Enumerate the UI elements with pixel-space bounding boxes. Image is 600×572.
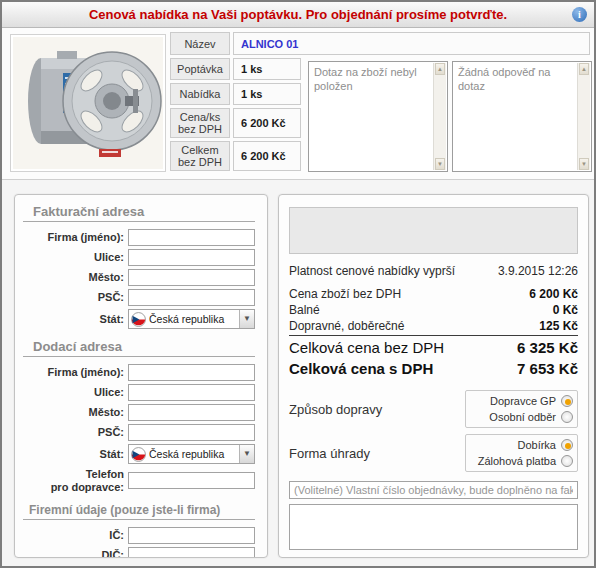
spec-label-unit-price: Cena/ks bez DPH <box>170 108 230 138</box>
page-title: Cenová nabídka na Vaši poptávku. Pro obj… <box>89 7 507 22</box>
shipping-fee-label: Dopravné, doběrečné <box>289 318 404 334</box>
scroll-up-icon[interactable]: ▲ <box>579 63 589 75</box>
billing-company-input[interactable] <box>128 229 255 246</box>
billing-country-select[interactable]: Česká republika ▼ <box>128 309 255 329</box>
info-icon[interactable]: i <box>572 7 587 22</box>
czech-flag-icon <box>131 312 146 327</box>
spec-label-total: Celkem bez DPH <box>170 141 230 171</box>
spec-value-offer: 1 ks <box>233 83 301 105</box>
radio-icon[interactable] <box>561 411 573 423</box>
shipping-city-label: Město: <box>89 406 124 419</box>
dic-input[interactable] <box>128 547 255 558</box>
total-incl-vat-label: Celková cena s DPH <box>289 360 433 378</box>
billing-address-heading: Fakturační adresa <box>23 204 255 222</box>
billing-street-input[interactable] <box>128 249 255 266</box>
motor-photo <box>13 37 163 169</box>
spec-value-total: 6 200 Kč <box>233 141 301 171</box>
billing-company-label: Firma (jméno): <box>48 231 124 244</box>
validity-value: 3.9.2015 12:26 <box>498 264 578 278</box>
packing-value: 0 Kč <box>553 302 578 318</box>
payment-method-label: Forma úhrady <box>289 446 370 461</box>
company-info-heading: Firemní údaje (pouze jste-li firma) <box>23 503 255 520</box>
validity-label: Platnost cenové nabídky vyprší <box>289 264 455 278</box>
product-name-link[interactable]: ALNICO 01 <box>241 38 298 50</box>
payment-method-group: Dobírka Zálohová platba <box>465 434 578 472</box>
summary-placeholder-box <box>289 207 578 254</box>
carrier-phone-label: Telefon pro dopravce: <box>51 468 124 493</box>
ic-input[interactable] <box>128 527 255 544</box>
total-excl-vat-value: 6 325 Kč <box>517 339 578 357</box>
spec-label-demand: Poptávka <box>170 58 230 80</box>
shipping-country-select[interactable]: Česká republika ▼ <box>128 444 255 464</box>
scroll-down-icon[interactable]: ▼ <box>579 158 589 170</box>
billing-street-label: Ulice: <box>94 251 124 264</box>
scroll-down-icon[interactable]: ▼ <box>435 158 445 170</box>
payment-option-dobirka[interactable]: Dobírka <box>470 437 573 453</box>
scrollbar[interactable]: ▲ ▼ <box>433 63 446 170</box>
order-summary-panel: Platnost cenové nabídky vyprší 3.9.2015 … <box>278 194 589 558</box>
shipping-company-label: Firma (jméno): <box>48 366 124 379</box>
radio-icon[interactable] <box>561 395 573 407</box>
question-textarea[interactable]: Dotaz na zboží nebyl položen ▲ ▼ <box>308 61 448 172</box>
radio-icon[interactable] <box>561 455 573 467</box>
chevron-down-icon[interactable]: ▼ <box>239 445 254 463</box>
shipping-street-input[interactable] <box>128 384 255 401</box>
scroll-up-icon[interactable]: ▲ <box>435 63 445 75</box>
carrier-phone-input[interactable] <box>128 472 255 489</box>
dic-label: DIČ: <box>101 549 124 558</box>
goods-price-value: 6 200 Kč <box>529 286 578 302</box>
ic-label: IČ: <box>109 529 124 542</box>
billing-city-label: Město: <box>89 271 124 284</box>
packing-label: Balné <box>289 302 320 318</box>
shipping-option-osobni-odber[interactable]: Osobní odběr <box>470 409 573 425</box>
billing-country-label: Stát: <box>100 313 124 326</box>
product-image <box>10 34 166 172</box>
shipping-method-group: Dopravce GP Osobní odběr <box>465 390 578 428</box>
billing-country-value: Česká republika <box>149 313 239 325</box>
billing-zip-label: PSČ: <box>98 291 124 304</box>
shipping-option-dopravce-gp[interactable]: Dopravce GP <box>470 393 573 409</box>
total-excl-vat-label: Celková cena bez DPH <box>289 339 444 357</box>
shipping-fee-value: 125 Kč <box>539 318 578 334</box>
czech-flag-icon <box>131 447 146 462</box>
payment-option-zalohova-platba[interactable]: Zálohová platba <box>470 453 573 469</box>
shipping-city-input[interactable] <box>128 404 255 421</box>
spec-label-name: Název <box>170 32 230 55</box>
spec-label-offer: Nabídka <box>170 83 230 105</box>
answer-textarea[interactable]: Žádná odpověď na dotaz ▲ ▼ <box>452 61 592 172</box>
shipping-street-label: Ulice: <box>94 386 124 399</box>
radio-icon[interactable] <box>561 439 573 451</box>
price-offer-window: Cenová nabídka na Vaši poptávku. Pro obj… <box>0 0 596 568</box>
total-incl-vat-value: 7 653 Kč <box>517 360 578 378</box>
shipping-zip-label: PSČ: <box>98 426 124 439</box>
shipping-address-heading: Dodací adresa <box>23 339 255 357</box>
spec-value-demand: 1 ks <box>233 58 301 80</box>
billing-zip-input[interactable] <box>128 289 255 306</box>
shipping-country-value: Česká republika <box>149 448 239 460</box>
answer-text: Žádná odpověď na dotaz <box>458 66 550 92</box>
note-textarea[interactable] <box>289 504 578 550</box>
header-bar: Cenová nabídka na Vaši poptávku. Pro obj… <box>2 2 594 28</box>
shipping-zip-input[interactable] <box>128 424 255 441</box>
address-form-panel: Fakturační adresa Firma (jméno): Ulice: … <box>14 194 268 558</box>
spec-value-unit-price: 6 200 Kč <box>233 108 301 138</box>
scrollbar[interactable]: ▲ ▼ <box>577 63 590 170</box>
shipping-company-input[interactable] <box>128 364 255 381</box>
shipping-method-label: Způsob dopravy <box>289 402 382 417</box>
goods-price-label: Cena zboží bez DPH <box>289 286 401 302</box>
question-text: Dotaz na zboží nebyl položen <box>314 66 417 92</box>
billing-city-input[interactable] <box>128 269 255 286</box>
order-number-input[interactable] <box>289 481 578 499</box>
chevron-down-icon[interactable]: ▼ <box>239 310 254 328</box>
shipping-country-label: Stát: <box>100 448 124 461</box>
